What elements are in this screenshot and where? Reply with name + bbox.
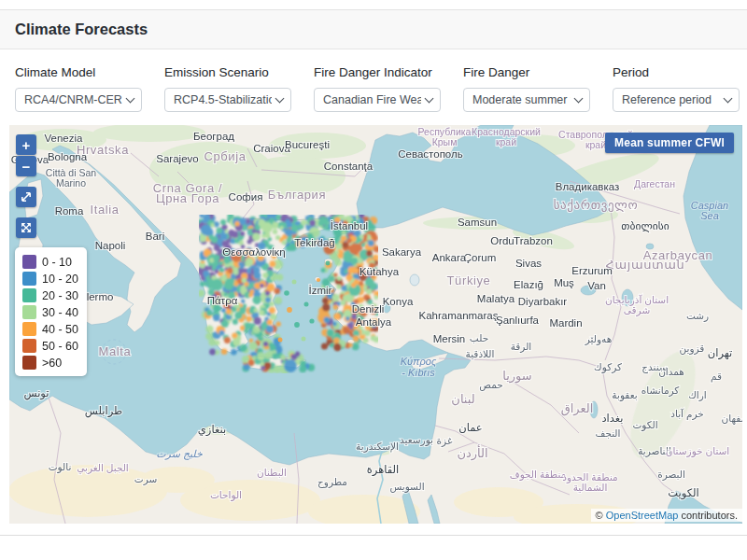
map-label: منطقة الجوف (510, 469, 566, 481)
map-label: Πάτρα (207, 295, 238, 306)
legend-swatch (22, 255, 36, 269)
map-label: Հայաստան (606, 258, 685, 272)
map-label: النجف (596, 427, 621, 439)
expand-button[interactable] (16, 187, 36, 207)
map-label: Italia (90, 203, 119, 217)
map-label: كركوك (594, 361, 622, 373)
climate-forecasts-panel: Climate Forecasts Climate ModelRCA4/CNRM… (0, 9, 747, 536)
legend-item: 10 - 20 (22, 272, 78, 286)
map-label: الأردن (457, 444, 487, 461)
map-label: Sivas (515, 258, 542, 269)
emission-scenario-label: Emission Scenario (164, 65, 291, 79)
map-label: Ankara (432, 252, 467, 263)
fullscreen-button[interactable] (16, 217, 36, 238)
map-label: البصرة (657, 469, 685, 481)
zoom-out-button[interactable]: − (16, 156, 36, 176)
map-label: تهران (708, 347, 733, 360)
map-label: Türkiye (447, 273, 491, 287)
climate-model-select[interactable]: RCA4/CNRM-CERFACS (15, 88, 142, 112)
map-label: عمان (458, 422, 482, 434)
layer-title-badge: Mean summer CFWI (605, 133, 734, 153)
map-label: خليج سرت (156, 448, 203, 460)
map-label: حمص (479, 379, 502, 391)
map-label: سوريا (502, 369, 531, 384)
attribution-suffix: contributors. (678, 510, 738, 521)
map-label: Hrvatska (77, 143, 129, 157)
map-label: საქართველო (554, 198, 639, 212)
legend-item: 30 - 40 (22, 305, 78, 319)
map-label: رشت (686, 310, 709, 322)
fire-danger-indicator-select[interactable]: Canadian Fire Weather (314, 88, 441, 112)
map-label: قزوين (680, 343, 705, 355)
map-label: Tekirdağ (294, 237, 334, 248)
legend-swatch (22, 288, 36, 302)
legend-swatch (22, 305, 36, 319)
map-label: Дагестан (634, 178, 675, 189)
fire-danger-label: Fire Danger (463, 65, 590, 79)
map-label: اصفهان (722, 413, 742, 425)
map-label: София (229, 191, 263, 203)
map-label: الإسكندرية (356, 441, 399, 453)
period-label: Period (613, 65, 740, 79)
panel-header: Climate Forecasts (0, 10, 747, 49)
map[interactable]: VeneziaGenovaBolognaCittà di SanMarinoRo… (9, 125, 742, 524)
fire-danger-indicator-control: Fire Danger IndicatorCanadian Fire Weath… (314, 62, 441, 112)
map-label: Muş (554, 277, 574, 288)
map-label: Ordu (490, 235, 514, 246)
plus-icon: + (22, 137, 31, 153)
legend-label: 50 - 60 (42, 340, 78, 353)
fire-danger-control: Fire DangerModerate summer fire (463, 62, 590, 112)
legend-item: 0 - 10 (22, 255, 78, 269)
map-label: بنغازي (198, 424, 226, 437)
zoom-in-button[interactable]: + (16, 134, 36, 155)
period-control: PeriodReference period (613, 62, 740, 112)
map-label: Antalya (356, 316, 392, 328)
four-arrows-icon (20, 221, 33, 234)
map-label: İzmir (309, 285, 332, 296)
legend-swatch (22, 339, 36, 353)
map-label: Malta (99, 344, 132, 358)
map-label: الجبل الغربي (77, 462, 129, 474)
map-label: اراك (688, 389, 707, 401)
map-label: هەولێر (585, 333, 612, 345)
map-label: Diyarbakır (518, 296, 568, 307)
map-label: لبنان (451, 392, 474, 406)
map-label: Θεσσαλονίκη (222, 246, 285, 258)
fire-danger-select[interactable]: Moderate summer fire (463, 88, 590, 112)
map-label: İstanbul (331, 220, 368, 231)
map-label: تونس (23, 387, 49, 400)
map-label: Србија (204, 149, 246, 163)
map-label: Van (587, 280, 606, 291)
map-label: بعقوبة (612, 389, 637, 401)
map-label: Sarajevo (156, 153, 198, 164)
map-label: حلب (470, 332, 488, 343)
map-label: Bucureşti (285, 139, 330, 150)
map-label: Mardin (549, 317, 582, 329)
map-label: Şanlıurfa (496, 315, 540, 326)
map-label: استان خوزستان (666, 445, 730, 457)
map-label: Владикавказ (556, 181, 620, 192)
map-label: Mersin (433, 333, 466, 344)
emission-scenario-control: Emission ScenarioRCP4.5-Stabilization of (164, 62, 291, 112)
map-label: Erzurum (571, 265, 612, 276)
climate-model-control: Climate ModelRCA4/CNRM-CERFACS (15, 62, 142, 112)
map-label: بغداد (601, 413, 623, 424)
map-label: نالوت (49, 461, 72, 473)
legend-swatch (22, 356, 36, 370)
map-label: القاهرة (367, 464, 399, 477)
map-label: Konya (383, 296, 414, 307)
map-label: თბილისი (621, 220, 669, 232)
map-label: Çorum (464, 252, 497, 263)
map-label: Crna Gora /Црна Гора (153, 181, 223, 205)
emission-scenario-select[interactable]: RCP4.5-Stabilization of (164, 88, 291, 112)
basemap: VeneziaGenovaBolognaCittà di SanMarinoRo… (9, 125, 742, 524)
period-select[interactable]: Reference period (613, 88, 740, 112)
map-label: България (268, 188, 326, 202)
climate-model-label: Climate Model (15, 65, 142, 79)
legend-label: 30 - 40 (42, 306, 78, 319)
openstreetmap-link[interactable]: OpenStreetMap (606, 510, 679, 521)
map-label: العراق (561, 401, 594, 416)
map-label: الكوت (632, 419, 657, 431)
legend-label: >60 (42, 357, 62, 370)
map-label: همدان (658, 366, 684, 377)
